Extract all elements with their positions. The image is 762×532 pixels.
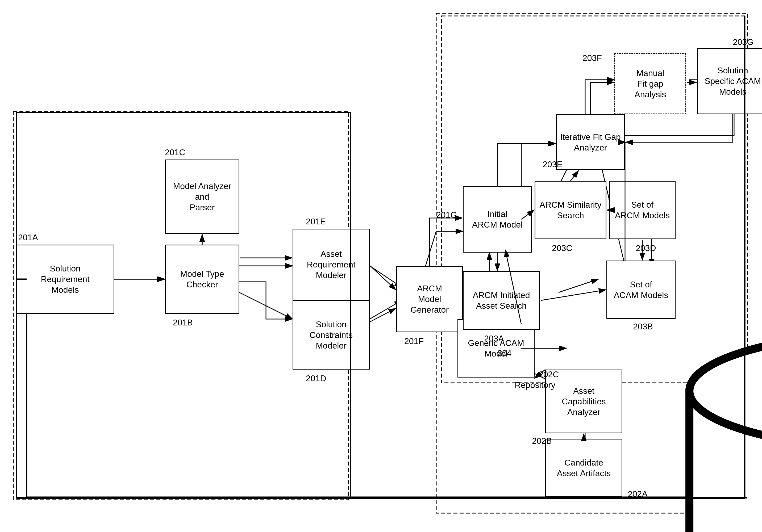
repository-label: Repository (515, 380, 555, 390)
label-203g: 203G (733, 37, 753, 47)
label-203c: 203C (552, 243, 572, 253)
label-203a: 203A (484, 334, 504, 344)
arcm-model-generator-box: ARCMModelGenerator (396, 266, 463, 332)
model-type-checker-label: Model TypeChecker (180, 269, 224, 290)
svg-line-20 (559, 279, 598, 293)
manual-fit-gap-analysis-label: ManualFit gapAnalysis (634, 68, 666, 100)
solution-constraints-modeler-box: SolutionConstraintsModeler (293, 300, 370, 369)
svg-line-8 (239, 293, 293, 319)
set-of-arcm-models-box: Set ofARCM Models (609, 181, 676, 239)
label-203f: 203F (582, 53, 602, 63)
solution-constraints-modeler-label: SolutionConstraintsModeler (310, 319, 353, 351)
label-203e: 203E (543, 160, 563, 169)
initial-arcm-model-box: InitialARCM Model (463, 186, 532, 253)
asset-requirement-modeler-box: AssetRequirementModeler (293, 229, 370, 300)
solution-requirement-models-label: SolutionRequirementModels (41, 263, 89, 295)
label-201b: 201B (173, 318, 193, 328)
arcm-similarity-search-box: ARCM SimilaritySearch (535, 181, 606, 239)
arcm-initiated-asset-search-label: ARCM InitiatedAsset Search (473, 290, 530, 311)
iterative-fit-gap-analyzer-box: Iterative Fit GapAnalyzer (556, 114, 625, 170)
label-201a: 201A (18, 233, 38, 242)
set-of-arcm-models-label: Set ofARCM Models (615, 199, 670, 221)
arcm-initiated-asset-search-box: ARCM InitiatedAsset Search (463, 271, 540, 330)
label-201c: 201C (165, 148, 186, 158)
manual-fit-gap-analysis-box: ManualFit gapAnalysis (614, 53, 686, 114)
solution-specific-acam-models-box: SolutionSpecific ACAMModels (697, 48, 762, 114)
set-of-acam-models-box: Set ofACAM Models (606, 261, 676, 319)
solution-specific-acam-models-label: SolutionSpecific ACAMModels (705, 65, 761, 97)
label-201e: 201E (306, 217, 326, 227)
label-203d: 203D (636, 243, 656, 253)
set-of-acam-models-label: Set ofACAM Models (614, 279, 668, 300)
diagram: SolutionRequirementModels 201A Model Typ… (0, 0, 762, 532)
model-analyzer-parser-box: Model AnalyzerandParser (165, 160, 239, 234)
label-201f: 201F (404, 336, 424, 346)
svg-line-11 (425, 231, 436, 266)
label-201g: 201G (436, 210, 457, 220)
iterative-fit-gap-analyzer-label: Iterative Fit GapAnalyzer (560, 132, 621, 153)
label-204: 204 (497, 348, 511, 358)
solution-requirement-models-box: SolutionRequirementModels (16, 244, 114, 314)
repository-container (521, 324, 567, 377)
model-analyzer-parser-label: Model AnalyzerandParser (173, 181, 231, 213)
arcm-similarity-search-label: ARCM SimilaritySearch (540, 199, 602, 221)
label-201d: 201D (306, 373, 326, 383)
model-type-checker-box: Model TypeChecker (165, 244, 239, 314)
initial-arcm-model-label: InitialARCM Model (472, 209, 523, 230)
arcm-model-generator-label: ARCMModelGenerator (411, 283, 449, 315)
asset-requirement-modeler-label: AssetRequirementModeler (307, 248, 355, 281)
